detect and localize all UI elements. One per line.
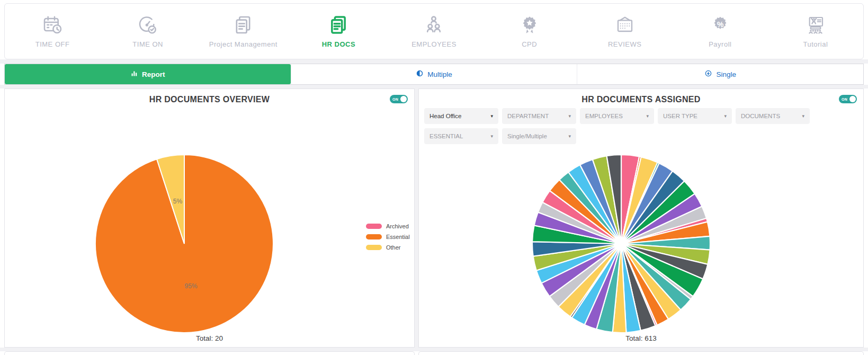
toggle-knob — [849, 96, 856, 102]
nav-item-label: EMPLOYEES — [411, 40, 457, 48]
page-gap — [0, 59, 868, 64]
filter-label: EMPLOYEES — [585, 113, 623, 119]
assigned-toggle[interactable]: ON — [839, 95, 857, 103]
next-row-card — [4, 351, 415, 355]
nav-item-employees[interactable]: EMPLOYEES — [386, 4, 481, 59]
app-nav: TIME OFFTIME ONProject ManagementHR DOCS… — [4, 3, 864, 59]
legend-swatch — [366, 234, 382, 239]
assigned-filters: Head Office▾DEPARTMENT▾EMPLOYEES▾USER TY… — [424, 108, 858, 148]
bar-chart-icon — [130, 69, 138, 79]
legend-item-essential[interactable]: Essential — [366, 234, 410, 240]
toggle-knob — [400, 96, 407, 102]
filter-single-multiple[interactable]: Single/Multiple▾ — [502, 128, 576, 144]
documents-icon — [328, 14, 349, 36]
overview-total: Total: 20 — [5, 334, 414, 342]
people-icon — [423, 14, 444, 36]
overview-panel-title: HR DOCUMENTS OVERVIEW — [5, 95, 414, 104]
assigned-panel: HR DOCUMENTS ASSIGNED ON Head Office▾DEP… — [418, 88, 864, 348]
overview-toggle[interactable]: ON — [390, 95, 408, 103]
circle-arrow-icon — [704, 69, 712, 79]
tab-multiple[interactable]: Multiple — [291, 64, 577, 84]
filter-label: DOCUMENTS — [741, 113, 780, 119]
chevron-down-icon: ▾ — [646, 113, 649, 119]
filter-essential[interactable]: ESSENTIAL▾ — [424, 128, 498, 144]
nav-item-reviews[interactable]: REVIEWS — [577, 4, 673, 59]
pie-slice-label: 5% — [173, 198, 183, 205]
chevron-down-icon: ▾ — [802, 113, 804, 119]
tab-label: Single — [716, 70, 736, 78]
calendar-dots-icon — [614, 14, 636, 36]
filter-user-type[interactable]: USER TYPE▾ — [658, 108, 732, 124]
nav-item-payroll[interactable]: %Payroll — [673, 4, 768, 59]
presentation-icon — [805, 14, 826, 36]
percent-badge-icon: % — [710, 14, 731, 36]
nav-item-cpd[interactable]: CPD — [482, 4, 577, 59]
overview-legend: ArchivedEssentialOther — [366, 223, 410, 255]
nav-item-tutorial[interactable]: Tutorial — [768, 4, 863, 59]
tab-report[interactable]: Report — [5, 64, 291, 84]
assigned-pie-chart — [521, 143, 722, 344]
legend-item-archived[interactable]: Archived — [366, 223, 410, 229]
filter-row: Head Office▾DEPARTMENT▾EMPLOYEES▾USER TY… — [424, 108, 858, 124]
legend-item-other[interactable]: Other — [366, 244, 410, 251]
legend-swatch — [366, 224, 382, 229]
calendar-clock-icon — [42, 14, 63, 36]
nav-item-label: TIME OFF — [35, 40, 70, 48]
nav-item-label: REVIEWS — [608, 40, 641, 48]
report-tabs: ReportMultipleSingle — [4, 64, 864, 85]
filter-label: Head Office — [429, 113, 462, 119]
chevron-down-icon: ▾ — [490, 113, 493, 119]
chevron-down-icon: ▾ — [568, 134, 571, 139]
legend-label: Essential — [386, 234, 410, 240]
filter-label: ESSENTIAL — [429, 133, 463, 139]
nav-item-label: Project Management — [209, 40, 278, 48]
tab-label: Report — [142, 70, 165, 78]
nav-item-hr-docs[interactable]: HR DOCS — [291, 4, 386, 59]
page-gap — [0, 85, 868, 88]
chevron-down-icon: ▾ — [490, 134, 493, 139]
filter-label: Single/Multiple — [507, 133, 547, 139]
svg-text:%: % — [717, 20, 724, 29]
filter-label: DEPARTMENT — [507, 113, 549, 119]
assigned-panel-title: HR DOCUMENTS ASSIGNED — [419, 95, 863, 104]
toggle-on-label: ON — [842, 97, 847, 101]
nav-item-label: Tutorial — [803, 40, 828, 48]
filter-department[interactable]: DEPARTMENT▾ — [502, 108, 576, 124]
nav-item-label: HR DOCS — [322, 40, 355, 48]
filter-label: USER TYPE — [663, 113, 697, 119]
filter-head-office[interactable]: Head Office▾ — [424, 108, 498, 124]
nav-item-project-management[interactable]: Project Management — [195, 4, 291, 59]
chevron-down-icon: ▾ — [568, 113, 571, 119]
tab-single[interactable]: Single — [577, 64, 863, 84]
legend-swatch — [366, 245, 382, 250]
pie-slice-label: 95% — [185, 282, 198, 290]
nav-item-time-off[interactable]: TIME OFF — [5, 4, 100, 59]
legend-label: Archived — [386, 223, 409, 229]
filter-row: ESSENTIAL▾Single/Multiple▾ — [424, 128, 858, 144]
award-icon — [519, 14, 540, 36]
nav-item-label: CPD — [522, 40, 537, 48]
overview-pie-chart: 95%5% — [84, 143, 285, 344]
timer-check-icon — [137, 14, 158, 36]
documents-icon — [232, 14, 254, 36]
toggle-on-label: ON — [392, 97, 398, 101]
page-gap — [0, 348, 868, 351]
nav-item-time-on[interactable]: TIME ON — [100, 4, 195, 59]
tab-label: Multiple — [427, 70, 452, 78]
assigned-total: Total: 613 — [419, 334, 863, 342]
nav-item-label: TIME ON — [132, 40, 163, 48]
page-gap — [415, 88, 418, 348]
hr-dashboard: TIME OFFTIME ONProject ManagementHR DOCS… — [0, 0, 868, 355]
nav-item-label: Payroll — [709, 40, 731, 48]
filter-documents[interactable]: DOCUMENTS▾ — [736, 108, 810, 124]
overview-panel: HR DOCUMENTS OVERVIEW ON 95%5% ArchivedE… — [4, 88, 415, 348]
half-circle-icon — [416, 69, 424, 79]
filter-employees[interactable]: EMPLOYEES▾ — [580, 108, 654, 124]
chevron-down-icon: ▾ — [724, 113, 727, 119]
next-row-card — [418, 351, 864, 355]
legend-label: Other — [386, 244, 401, 251]
